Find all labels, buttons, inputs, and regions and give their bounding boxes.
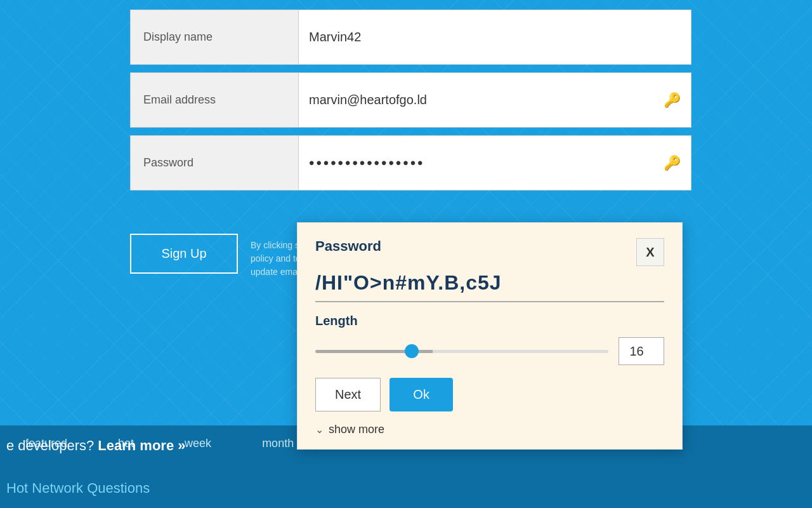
slider-wrap [315,345,608,358]
popup-close-button[interactable]: X [636,238,664,266]
length-number-input[interactable] [619,337,664,365]
form-row-password: Password 🔑 [130,135,691,190]
popup-title: Password [315,238,381,255]
popup-password-value: /HI"O>n#mY.B,c5J [315,271,664,302]
show-more-row[interactable]: ⌄ show more [315,423,664,436]
learn-more-link[interactable]: Learn more » [98,438,185,453]
form-row-email: Email address 🔑 [130,72,691,128]
kee-icon-email[interactable]: 🔑 [664,92,681,109]
show-more-label: show more [329,423,384,436]
dev-text: e developers? Learn more » [0,438,186,454]
popup-header: Password X [315,238,664,266]
display-name-input[interactable] [309,30,681,44]
email-input[interactable] [309,93,664,107]
chevron-down-icon: ⌄ [315,424,324,436]
form-row-display-name: Display name [130,10,691,65]
length-slider[interactable] [315,350,608,353]
form-container: Display name Email address 🔑 Password 🔑 [130,10,691,198]
signup-button[interactable]: Sign Up [130,234,238,274]
kee-icon-password[interactable]: 🔑 [664,155,681,171]
ok-button[interactable]: Ok [390,378,453,411]
slider-row [315,337,664,365]
password-popup: Password X /HI"O>n#mY.B,c5J Length Next … [297,222,683,450]
label-display-name: Display name [131,10,299,64]
label-password: Password [131,136,299,190]
label-email: Email address [131,73,299,127]
input-wrap-display-name [299,10,691,64]
input-wrap-password: 🔑 [299,136,691,190]
popup-buttons: Next Ok [315,378,664,411]
input-wrap-email: 🔑 [299,73,691,127]
popup-length-label: Length [315,314,664,328]
hot-network-link[interactable]: Hot Network Questions [0,480,150,497]
password-input[interactable] [309,154,664,172]
next-button[interactable]: Next [315,378,381,411]
